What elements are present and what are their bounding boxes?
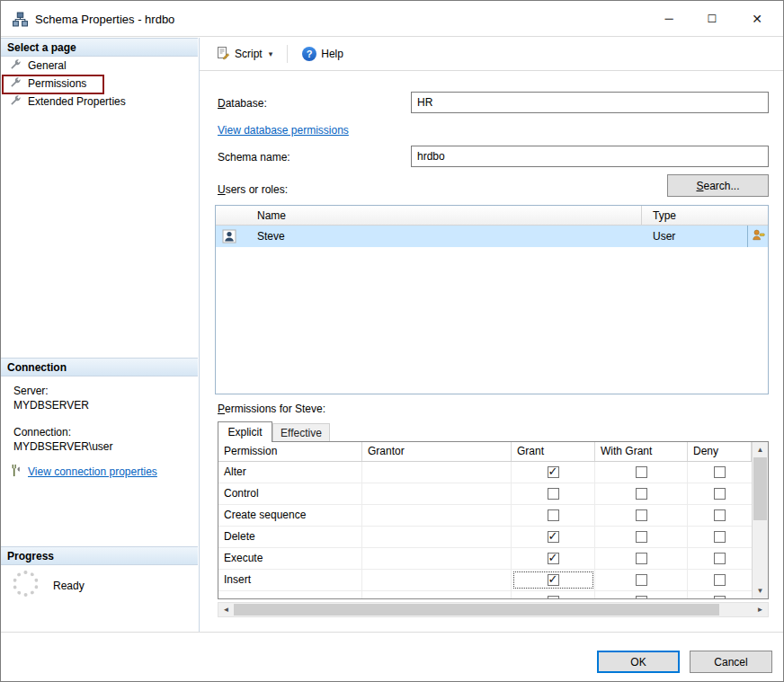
grant-checkbox[interactable]	[548, 596, 559, 598]
progress-panel: Progress Ready	[1, 546, 198, 632]
vertical-scrollbar[interactable]: ▲ ▼	[752, 442, 768, 598]
window-title: Schema Properties - hrdbo	[35, 13, 174, 26]
connection-panel: Connection Server: MYDBSERVER Connection…	[1, 358, 198, 541]
grantor-column-header[interactable]: Grantor	[362, 442, 512, 461]
with-grant-checkbox[interactable]	[636, 488, 647, 500]
with-grant-checkbox[interactable]	[636, 509, 647, 521]
grantor-cell	[362, 483, 512, 504]
permission-name-cell: Create sequence	[218, 505, 362, 526]
effective-permissions-cell[interactable]	[747, 226, 769, 247]
select-a-page-panel: Select a page General Permissions Extend…	[1, 38, 198, 357]
pages-header: Select a page	[1, 38, 198, 57]
progress-header: Progress	[1, 546, 198, 565]
with-grant-column-header[interactable]: With Grant	[595, 442, 688, 461]
scroll-up-button[interactable]: ▲	[753, 442, 768, 457]
with-grant-checkbox[interactable]	[636, 531, 647, 543]
vertical-scroll-thumb[interactable]	[753, 457, 767, 520]
schema-name-input[interactable]	[411, 146, 769, 167]
help-icon: ?	[302, 47, 316, 61]
permission-row[interactable]: Insert	[218, 570, 752, 591]
grant-checkbox[interactable]	[548, 553, 559, 564]
minimize-button[interactable]: ─	[648, 1, 690, 36]
permission-column-header[interactable]: Permission	[218, 442, 362, 461]
with-grant-checkbox[interactable]	[636, 596, 647, 598]
deny-checkbox[interactable]	[714, 509, 726, 521]
permission-row[interactable]: Control	[218, 483, 752, 505]
wrench-icon	[9, 94, 22, 110]
permission-name-cell	[218, 591, 362, 598]
deny-column-header[interactable]: Deny	[688, 442, 752, 461]
chevron-down-icon[interactable]: ▾	[267, 49, 273, 58]
script-icon	[216, 46, 230, 63]
grant-checkbox[interactable]	[548, 531, 559, 543]
grant-checkbox[interactable]	[548, 509, 559, 521]
permission-row[interactable]: Alter	[218, 462, 752, 483]
tab-explicit[interactable]: Explicit	[218, 421, 272, 442]
scroll-down-button[interactable]: ▼	[753, 583, 768, 598]
scroll-right-button[interactable]: ►	[753, 603, 768, 616]
connection-header: Connection	[1, 358, 198, 376]
permission-row-partial[interactable]	[218, 591, 752, 598]
permission-row[interactable]: Create sequence	[218, 505, 752, 527]
grantor-cell	[362, 527, 512, 547]
sidebar-item-general[interactable]: General	[1, 57, 198, 75]
toolbar-separator	[287, 45, 288, 63]
view-database-permissions-link[interactable]: View database permissions	[218, 124, 349, 137]
script-label: Script	[235, 48, 263, 60]
grant-column-header[interactable]: Grant	[512, 442, 595, 461]
sidebar-item-label: Extended Properties	[28, 95, 126, 108]
help-button[interactable]: ? Help	[297, 43, 349, 65]
grant-checkbox[interactable]	[548, 466, 559, 478]
permissions-grid-header: Permission Grantor Grant With Grant Deny	[218, 442, 752, 462]
view-connection-properties-link[interactable]: View connection properties	[28, 465, 157, 478]
grant-checkbox[interactable]	[548, 488, 559, 500]
horizontal-scroll-thumb[interactable]	[234, 604, 719, 616]
users-or-roles-label: Users or roles:	[218, 183, 288, 196]
user-type-cell: User	[653, 230, 675, 243]
users-table: Name Type Steve User	[215, 205, 769, 394]
sidebar-item-extended-properties[interactable]: Extended Properties	[1, 93, 198, 111]
users-table-header: Name Type	[216, 206, 768, 226]
sidebar-item-label: Permissions	[28, 77, 86, 90]
grant-checkbox[interactable]	[548, 574, 559, 586]
ok-button[interactable]: OK	[597, 651, 680, 673]
permission-name-cell: Insert	[218, 570, 362, 590]
permissions-for-label: Permissions for Steve:	[218, 403, 325, 415]
deny-checkbox[interactable]	[714, 466, 726, 478]
maximize-button[interactable]: ☐	[691, 1, 733, 36]
titlebar: Schema Properties - hrdbo ─ ☐ ✕	[1, 1, 783, 37]
deny-checkbox[interactable]	[714, 488, 726, 500]
deny-checkbox[interactable]	[714, 574, 726, 586]
main-panel: Script ▾ ? Help Database: View database …	[199, 38, 784, 632]
with-grant-checkbox[interactable]	[636, 574, 647, 586]
deny-checkbox[interactable]	[714, 596, 726, 598]
horizontal-scrollbar[interactable]: ◄ ►	[218, 602, 769, 617]
progress-spinner	[13, 571, 39, 597]
tab-effective[interactable]: Effective	[272, 423, 330, 442]
sidebar-item-label: General	[28, 59, 67, 72]
user-name-cell: Steve	[257, 230, 285, 243]
permission-row[interactable]: Delete	[218, 527, 752, 548]
deny-checkbox[interactable]	[714, 531, 726, 543]
grantor-cell	[362, 462, 512, 483]
type-column-header[interactable]: Type	[653, 209, 676, 222]
deny-checkbox[interactable]	[714, 553, 726, 564]
table-row[interactable]: Steve User	[216, 226, 768, 247]
with-grant-checkbox[interactable]	[636, 466, 647, 478]
schema-properties-dialog: Schema Properties - hrdbo ─ ☐ ✕ Select a…	[0, 0, 784, 682]
scroll-left-button[interactable]: ◄	[218, 603, 234, 616]
script-button[interactable]: Script ▾	[210, 42, 278, 66]
schema-name-label: Schema name:	[218, 151, 290, 164]
server-value: MYDBSERVER	[13, 399, 89, 412]
column-separator	[641, 206, 642, 225]
permissions-grid: Permission Grantor Grant With Grant Deny…	[218, 441, 769, 599]
progress-status: Ready	[53, 580, 85, 592]
close-button[interactable]: ✕	[736, 1, 778, 36]
search-button[interactable]: Search...	[667, 174, 769, 197]
sidebar-item-permissions[interactable]: Permissions	[1, 75, 198, 93]
database-input[interactable]	[411, 92, 769, 113]
name-column-header[interactable]: Name	[257, 209, 286, 222]
permission-row[interactable]: Execute	[218, 548, 752, 570]
cancel-button[interactable]: Cancel	[690, 651, 772, 673]
with-grant-checkbox[interactable]	[636, 553, 647, 564]
